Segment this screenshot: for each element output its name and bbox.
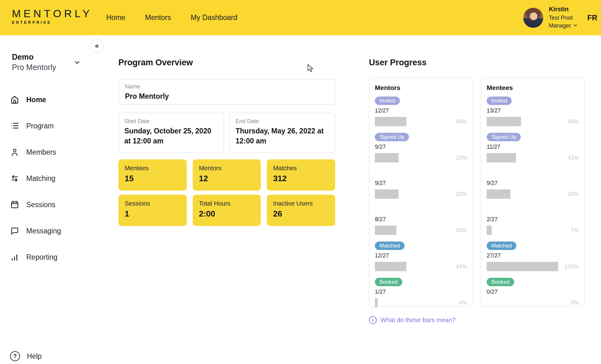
sidebar-item-messaging[interactable]: Messaging <box>10 223 85 238</box>
sidebar-item-program[interactable]: Program <box>10 118 85 133</box>
stat-card-matches: Matches 312 <box>267 159 335 191</box>
field-label: End Date <box>236 118 329 125</box>
progress-count: 1/27 <box>375 289 467 296</box>
progress-bar-fill <box>375 153 399 162</box>
status-badge: Booked <box>375 278 402 286</box>
stat-label: Total Hours <box>199 200 255 207</box>
stat-card-inactive-users: Inactive Users 26 <box>267 195 335 226</box>
program-chevron-down-icon[interactable] <box>73 59 81 67</box>
info-link-label: What do these bars mean? <box>380 317 455 324</box>
field-value: Sunday, October 25, 2020 at 12:00 am <box>124 126 218 146</box>
mentorly-logo[interactable]: MENTORLY ENTERPRISE <box>12 7 92 25</box>
stat-card-sessions: Sessions 1 <box>118 195 187 226</box>
user-info[interactable]: Kirstin Test Prod Manager <box>549 6 578 30</box>
sidebar-item-label: Sessions <box>26 201 55 209</box>
user-role-line2: Manager <box>549 22 571 30</box>
progress-row: Signed Up 11/27 41% <box>487 133 579 162</box>
logo-subtitle: ENTERPRISE <box>12 20 92 25</box>
end-date-field[interactable]: End Date Thursday, May 26, 2022 at 12:00… <box>230 113 335 153</box>
progress-percent: 100% <box>561 263 579 270</box>
progress-percent: 44% <box>449 118 467 125</box>
nav-home[interactable]: Home <box>106 13 125 22</box>
bars-info-link[interactable]: i What do these bars mean? <box>369 316 585 324</box>
status-badge: Booked <box>487 278 514 286</box>
progress-percent: 33% <box>449 191 467 197</box>
language-toggle[interactable]: FR <box>587 13 597 22</box>
progress-count: 11/27 <box>487 144 579 151</box>
page-title-program-overview: Program Overview <box>118 58 335 67</box>
stat-label: Mentors <box>199 165 255 172</box>
sidebar-item-reporting[interactable]: Reporting <box>10 250 85 265</box>
progress-bar <box>375 189 446 199</box>
progress-percent: 0% <box>561 300 579 306</box>
program-name-field[interactable]: Name Pro Mentorly <box>118 79 335 105</box>
field-label: Start Date <box>124 118 218 125</box>
calendar-icon <box>10 200 19 209</box>
progress-bar <box>375 117 446 126</box>
bar-chart-icon <box>10 252 19 262</box>
sidebar-item-label: Messaging <box>26 227 61 235</box>
stat-value: 15 <box>125 174 181 183</box>
progress-card-heading: Mentors <box>375 84 467 92</box>
progress-percent: 33% <box>449 155 467 161</box>
progress-bar-fill <box>487 189 510 199</box>
help-icon: ? <box>10 351 20 361</box>
sidebar-collapse-button[interactable]: « <box>90 39 104 53</box>
progress-bar-fill <box>375 117 406 126</box>
progress-percent: 7% <box>561 227 579 234</box>
person-icon <box>10 147 19 157</box>
progress-bar-fill <box>375 189 399 199</box>
stat-card-mentees: Mentees 15 <box>118 159 187 191</box>
sidebar-item-home[interactable]: Home <box>10 92 85 107</box>
chevron-down-icon <box>573 23 578 29</box>
user-name: Kirstin <box>549 6 578 12</box>
stat-value: 1 <box>125 209 181 219</box>
progress-bar <box>487 226 558 235</box>
help-label: Help <box>27 352 42 361</box>
sidebar-item-sessions[interactable]: Sessions <box>10 197 85 212</box>
avatar[interactable] <box>523 8 543 28</box>
progress-bar <box>487 298 558 307</box>
field-value: Thursday, May 26, 2022 at 12:00 am <box>236 126 329 146</box>
nav-my-dashboard[interactable]: My Dashboard <box>191 13 237 22</box>
stat-value: 12 <box>199 174 255 183</box>
sidebar-nav: Home Program Members Matching Sessions <box>10 92 85 276</box>
program-name-label: Pro Mentorly <box>12 62 84 72</box>
sidebar-item-label: Matching <box>26 174 55 183</box>
stat-card-mentors: Mentors 12 <box>193 159 261 191</box>
start-date-field[interactable]: Start Date Sunday, October 25, 2020 at 1… <box>118 113 224 153</box>
progress-row: Signed Up 9/27 33% <box>375 133 467 162</box>
progress-row: Invited 12/27 44% <box>375 97 467 126</box>
stat-value: 2:00 <box>199 209 255 219</box>
nav-mentors[interactable]: Mentors <box>145 13 171 22</box>
progress-row: Invited 13/27 48% <box>487 97 579 126</box>
progress-bar-fill <box>487 262 558 271</box>
home-icon <box>10 95 19 104</box>
progress-percent: 33% <box>561 191 579 197</box>
progress-bar <box>487 262 558 271</box>
stat-value: 26 <box>273 209 329 219</box>
stat-label: Mentees <box>125 165 181 172</box>
progress-percent: 48% <box>561 118 579 125</box>
progress-bar-fill <box>375 262 406 271</box>
progress-count: 27/27 <box>487 252 579 259</box>
user-menu: Kirstin Test Prod Manager FR <box>523 0 597 35</box>
progress-bar <box>375 262 446 271</box>
progress-card-heading: Mentees <box>487 84 579 92</box>
status-badge: Invited <box>487 97 512 105</box>
progress-percent: 30% <box>449 227 467 234</box>
sidebar-item-help[interactable]: ? Help <box>10 351 42 361</box>
user-progress-section: User Progress Mentors Invited 12/27 <box>369 58 585 324</box>
sidebar-item-matching[interactable]: Matching <box>10 171 85 186</box>
program-selector[interactable]: Demo Pro Mentorly <box>12 52 84 72</box>
progress-bar-fill <box>375 226 396 235</box>
status-badge: Signed Up <box>375 133 409 141</box>
top-nav: Home Mentors My Dashboard <box>106 0 237 35</box>
sidebar-item-members[interactable]: Members <box>10 145 85 160</box>
stat-label: Matches <box>273 165 329 172</box>
sidebar-item-label: Home <box>26 96 46 104</box>
program-group-label: Demo <box>12 52 84 62</box>
progress-percent: 4% <box>449 300 467 306</box>
status-badge: Matched <box>375 242 405 250</box>
progress-row: Booked 0/27 0% <box>487 278 579 307</box>
